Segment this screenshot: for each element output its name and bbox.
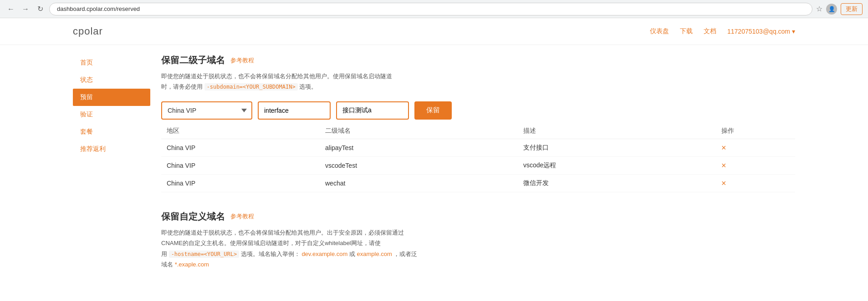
row1-subdomain: alipayTest [320, 139, 518, 156]
section1-ref-link[interactable]: 参考教程 [230, 56, 254, 65]
section2-desc-line5: ，或者泛 [393, 251, 417, 257]
section1-desc-line1: 即使您的隧道处于脱机状态，也不会将保留域名分配给其他用户。使用保留域名启动隧道 [161, 73, 392, 80]
save-subdomain-button[interactable]: 保留 [414, 101, 452, 120]
description-input[interactable] [336, 101, 409, 120]
col-header-desc: 描述 [518, 123, 716, 139]
section2-example1[interactable]: dev.example.com [301, 251, 347, 257]
sidebar-item-home[interactable]: 首页 [73, 54, 150, 71]
section2-header: 保留自定义域名 参考教程 [161, 211, 795, 223]
update-button[interactable]: 更新 [841, 3, 863, 15]
chevron-down-icon: ▾ [792, 28, 795, 35]
section1-desc: 即使您的隧道处于脱机状态，也不会将保留域名分配给其他用户。使用保留域名启动隧道 … [161, 71, 795, 92]
top-navigation: cpolar 仪表盘 下载 文档 1172075103@qq.com ▾ [0, 18, 868, 45]
table-row: China VIP wechat 微信开发 × [161, 174, 795, 192]
section2-desc-line2: CNAME的自定义主机名。使用保留域启动隧道时，对于自定义whitelabel网… [161, 240, 381, 246]
brand-logo: cpolar [73, 25, 103, 37]
row2-subdomain: vscodeTest [320, 156, 518, 174]
bookmark-icon[interactable]: ☆ [816, 5, 822, 13]
section-reserve-subdomain: 保留二级子域名 参考教程 即使您的隧道处于脱机状态，也不会将保留域名分配给其他用… [161, 54, 795, 192]
section1-desc-line3: 选项。 [299, 83, 317, 90]
user-avatar-icon: 👤 [826, 4, 837, 15]
main-layout: 首页 状态 预留 验证 套餐 推荐返利 保留二级子域名 参考教程 即使您的隧道处… [0, 45, 868, 301]
col-header-action: 操作 [716, 123, 795, 139]
row3-subdomain: wechat [320, 174, 518, 192]
col-header-subdomain: 二级域名 [320, 123, 518, 139]
col-header-region: 地区 [161, 123, 320, 139]
subdomain-form-row: China VIP China A China B US 保留 [161, 101, 795, 120]
section2-desc-code: -hostname=<YOUR_URL> [169, 251, 240, 258]
address-input[interactable] [49, 3, 812, 15]
row1-action: × [716, 139, 795, 156]
forward-button[interactable]: → [20, 4, 31, 15]
content-area: 保留二级子域名 参考教程 即使您的隧道处于脱机状态，也不会将保留域名分配给其他用… [161, 54, 795, 291]
row3-region: China VIP [161, 174, 320, 192]
row3-action: × [716, 174, 795, 192]
row1-region: China VIP [161, 139, 320, 156]
section2-desc-line6: 域名 [161, 261, 173, 268]
section2-desc-mid: 或 [349, 251, 355, 257]
region-select[interactable]: China VIP China A China B US [161, 101, 252, 120]
row2-delete-button[interactable]: × [721, 161, 726, 170]
sidebar-item-referral[interactable]: 推荐返利 [73, 140, 150, 158]
row2-region: China VIP [161, 156, 320, 174]
section1-header: 保留二级子域名 参考教程 [161, 54, 795, 66]
row2-action: × [716, 156, 795, 174]
top-nav-links: 仪表盘 下载 文档 1172075103@qq.com ▾ [650, 27, 795, 35]
subdomain-table: 地区 二级域名 描述 操作 China VIP alipayTest 支付接口 … [161, 123, 795, 192]
section2-example2[interactable]: example.com [357, 251, 392, 257]
reload-button[interactable]: ↻ [35, 4, 46, 15]
user-menu[interactable]: 1172075103@qq.com ▾ [727, 28, 795, 35]
sidebar-item-plan[interactable]: 套餐 [73, 123, 150, 140]
sidebar-item-reserved[interactable]: 预留 [73, 89, 150, 106]
back-button[interactable]: ← [5, 4, 16, 15]
row3-description: 微信开发 [518, 174, 716, 192]
section2-desc-line4: 选项。域名输入举例： [241, 251, 300, 257]
row2-description: vscode远程 [518, 156, 716, 174]
browser-chrome: ← → ↻ ☆ 👤 更新 [0, 0, 868, 18]
section-reserve-custom-domain: 保留自定义域名 参考教程 即使您的隧道处于脱机状态，也不会将保留域分配给其他用户… [161, 211, 795, 270]
sidebar-item-verify[interactable]: 验证 [73, 106, 150, 123]
user-email: 1172075103@qq.com [727, 28, 790, 35]
section2-example3[interactable]: *.exaple.com [175, 261, 209, 268]
row1-delete-button[interactable]: × [721, 144, 726, 152]
section2-ref-link[interactable]: 参考教程 [230, 212, 254, 221]
sidebar: 首页 状态 预留 验证 套餐 推荐返利 [73, 54, 150, 291]
section1-desc-code: -subdomain=<YOUR_SUBDOMAIN> [204, 83, 298, 90]
row3-delete-button[interactable]: × [721, 179, 726, 187]
sidebar-item-status[interactable]: 状态 [73, 71, 150, 89]
row1-description: 支付接口 [518, 139, 716, 156]
section2-desc: 即使您的隧道处于脱机状态，也不会将保留域分配给其他用户。出于安全原因，必须保留通… [161, 227, 795, 270]
nav-dashboard[interactable]: 仪表盘 [650, 27, 669, 35]
section2-desc-line1: 即使您的隧道处于脱机状态，也不会将保留域分配给其他用户。出于安全原因，必须保留通… [161, 229, 404, 236]
table-row: China VIP alipayTest 支付接口 × [161, 139, 795, 156]
section2-title: 保留自定义域名 [161, 211, 225, 223]
subdomain-input[interactable] [258, 101, 331, 120]
table-header-row: 地区 二级域名 描述 操作 [161, 123, 795, 139]
section1-title: 保留二级子域名 [161, 54, 225, 66]
nav-docs[interactable]: 文档 [704, 27, 716, 35]
section2-desc-line3: 用 [161, 251, 167, 257]
nav-download[interactable]: 下载 [680, 27, 693, 35]
table-row: China VIP vscodeTest vscode远程 × [161, 156, 795, 174]
section1-desc-line2: 时，请务必使用 [161, 83, 203, 90]
